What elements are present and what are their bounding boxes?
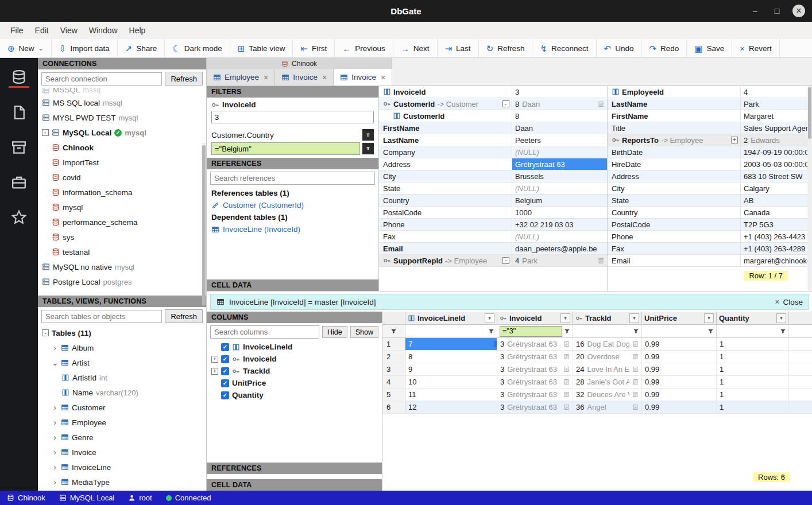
- table-tree-item[interactable]: › Genre: [38, 430, 206, 445]
- column-dropdown-button[interactable]: [485, 313, 494, 323]
- menu-item[interactable]: Window: [83, 24, 123, 37]
- field-label-cell[interactable]: Fax: [608, 243, 741, 254]
- redo-button[interactable]: ↷ Redo: [641, 39, 687, 57]
- field-label-cell[interactable]: Country: [608, 207, 741, 218]
- column-toggle-item[interactable]: UnitPrice: [207, 377, 382, 389]
- tab[interactable]: Invoice ×: [334, 69, 392, 86]
- row-number-cell[interactable]: 3: [382, 363, 405, 375]
- cell-quantity[interactable]: 1: [717, 351, 789, 363]
- remove-filter-button[interactable]: [362, 129, 374, 141]
- maximize-button[interactable]: □: [771, 5, 783, 17]
- expander-icon[interactable]: +: [211, 368, 218, 375]
- row-number-cell[interactable]: 1: [382, 338, 405, 350]
- funnel-icon[interactable]: [633, 328, 639, 335]
- field-value-cell[interactable]: Brussels: [512, 170, 607, 182]
- open-record-icon[interactable]: [563, 391, 570, 398]
- doc-icon[interactable]: [598, 101, 604, 107]
- field-value-cell[interactable]: 4: [741, 86, 812, 98]
- column-toggle-item[interactable]: Quantity: [207, 389, 382, 401]
- grid-column-header[interactable]: TrackId: [573, 312, 642, 324]
- next-button[interactable]: → Next: [393, 39, 438, 57]
- status-user[interactable]: root: [128, 494, 152, 502]
- field-label-cell[interactable]: City: [379, 170, 512, 182]
- table-tree-item[interactable]: › MediaType: [38, 475, 206, 490]
- field-label-cell[interactable]: Company: [379, 146, 512, 158]
- field-label-cell[interactable]: SupportRepId -> Employee -: [379, 255, 512, 266]
- scroll-thumb[interactable]: [808, 87, 811, 139]
- connection-search-input[interactable]: [41, 72, 162, 86]
- cell-trackid[interactable]: 16Dog Eat Dog: [573, 338, 642, 350]
- minimize-button[interactable]: –: [749, 5, 761, 17]
- connection-tree-item[interactable]: MSSQL mssq: [38, 88, 206, 95]
- field-value-cell[interactable]: Sales Support Agent: [741, 122, 812, 134]
- table-view-button[interactable]: ⊞ Table view: [230, 39, 293, 57]
- connection-tree-item[interactable]: - MySQL Local mysql: [38, 125, 206, 140]
- open-record-icon[interactable]: [563, 404, 570, 410]
- share-button[interactable]: ↗ Share: [118, 39, 165, 57]
- expander-icon[interactable]: -: [42, 329, 49, 336]
- filter-cell-invoicelineid[interactable]: [405, 325, 497, 337]
- field-value-cell[interactable]: margaret@chinookcorp.com: [741, 255, 812, 266]
- field-label-cell[interactable]: Address: [608, 170, 741, 182]
- column-dropdown-button[interactable]: [776, 313, 786, 323]
- field-label-cell[interactable]: Email: [379, 243, 512, 254]
- open-record-icon[interactable]: [563, 379, 570, 385]
- connections-refresh-button[interactable]: Refresh: [165, 72, 203, 86]
- field-value-cell[interactable]: Margaret: [741, 110, 812, 122]
- field-value-cell[interactable]: 8: [512, 110, 607, 122]
- menu-item[interactable]: Edit: [29, 24, 55, 37]
- field-value-cell[interactable]: 8 Daan: [512, 98, 607, 110]
- nav-favorites[interactable]: [9, 207, 29, 228]
- field-value-cell[interactable]: Canada: [741, 207, 812, 218]
- field-value-cell[interactable]: +32 02 219 03 03: [512, 219, 607, 230]
- reference-row[interactable]: Dependent tables (1): [207, 211, 378, 223]
- field-label-cell[interactable]: Phone: [608, 231, 741, 242]
- open-record-icon[interactable]: [563, 341, 570, 347]
- cell-unitprice[interactable]: 0.99: [642, 389, 717, 401]
- funnel-icon[interactable]: [707, 328, 714, 335]
- columns-search-input[interactable]: [210, 325, 319, 339]
- filter-value-input[interactable]: [211, 142, 360, 155]
- previous-button[interactable]: ← Previous: [335, 39, 393, 57]
- cell-invoicelineid[interactable]: 10: [405, 376, 497, 388]
- menu-item[interactable]: File: [5, 24, 29, 37]
- form-scrollbar[interactable]: [807, 86, 812, 291]
- field-label-cell[interactable]: CustomerId -> Customer -: [379, 98, 512, 110]
- cell-unitprice[interactable]: 0.99: [642, 363, 717, 375]
- open-record-icon[interactable]: [563, 354, 570, 360]
- connection-tree-item[interactable]: testanal: [38, 244, 206, 259]
- open-record-icon[interactable]: [632, 404, 639, 410]
- row-number-cell[interactable]: 6: [382, 401, 405, 413]
- row-number-cell[interactable]: 5: [382, 389, 405, 401]
- field-value-cell[interactable]: Calgary: [741, 182, 812, 194]
- undo-button[interactable]: ↶ Undo: [597, 39, 642, 57]
- filter-menu-button[interactable]: [362, 143, 374, 154]
- cell-unitprice[interactable]: 0.99: [642, 401, 717, 413]
- funnel-icon[interactable]: [488, 328, 494, 335]
- nav-connections[interactable]: [9, 67, 29, 88]
- menu-item[interactable]: View: [55, 24, 83, 37]
- field-label-cell[interactable]: LastName: [608, 98, 741, 110]
- table-tree-item[interactable]: › Customer: [38, 400, 206, 415]
- field-value-cell[interactable]: daan_peeters@apple.be: [512, 243, 607, 254]
- column-checkbox[interactable]: [221, 343, 229, 351]
- connections-scrollbar[interactable]: [202, 143, 206, 292]
- tab[interactable]: Invoice ×: [275, 69, 334, 86]
- column-dropdown-button[interactable]: [704, 313, 714, 323]
- nav-plugins[interactable]: [9, 172, 29, 193]
- filter-all-button[interactable]: [382, 325, 405, 337]
- filter-cell-unitprice[interactable]: [642, 325, 717, 337]
- cell-invoicelineid[interactable]: 12: [405, 401, 497, 413]
- chevron-icon[interactable]: ›: [52, 418, 58, 427]
- field-label-cell[interactable]: LastName: [379, 134, 512, 146]
- connection-tree-item[interactable]: MYSL PWD TEST mysql: [38, 110, 206, 125]
- field-value-cell[interactable]: 3: [512, 86, 607, 98]
- field-value-cell[interactable]: 1000: [512, 207, 607, 218]
- field-value-cell[interactable]: +1 (403) 263-4289: [741, 243, 812, 254]
- field-value-cell[interactable]: (NULL): [512, 231, 607, 242]
- menu-item[interactable]: Help: [123, 24, 152, 37]
- column-checkbox[interactable]: [221, 379, 229, 387]
- column-toggle-item[interactable]: + TrackId: [207, 365, 382, 377]
- chevron-icon[interactable]: ›: [52, 477, 58, 487]
- last-button[interactable]: ⇥ Last: [438, 39, 479, 57]
